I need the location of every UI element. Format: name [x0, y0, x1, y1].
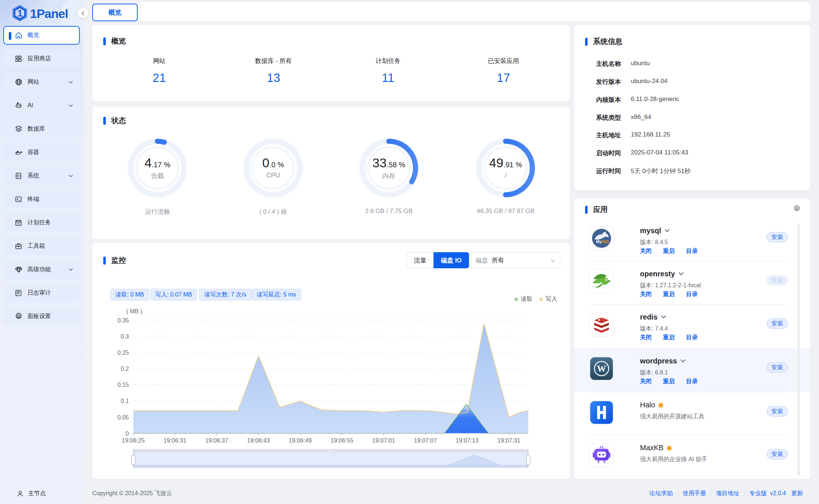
svg-text:19:06:37: 19:06:37 — [205, 437, 228, 444]
svg-text:0.15: 0.15 — [118, 382, 129, 388]
svg-text:19:06:43: 19:06:43 — [247, 437, 270, 444]
svg-text:19:06:49: 19:06:49 — [289, 437, 312, 444]
svg-text:W: W — [597, 364, 606, 374]
svg-text:19:07:31: 19:07:31 — [498, 437, 520, 444]
svg-text:19:07:07: 19:07:07 — [414, 437, 437, 444]
svg-text:1Panel: 1Panel — [30, 7, 68, 20]
svg-text:0.2: 0.2 — [121, 366, 129, 372]
svg-text:SQL: SQL — [602, 239, 610, 244]
svg-text:0: 0 — [126, 430, 129, 437]
svg-text:1: 1 — [17, 8, 22, 19]
svg-text:0.1: 0.1 — [121, 398, 129, 404]
svg-text:19:06:55: 19:06:55 — [331, 437, 353, 444]
svg-text:0.25: 0.25 — [118, 350, 129, 356]
svg-text:0.35: 0.35 — [118, 317, 129, 324]
svg-text:My: My — [596, 239, 602, 244]
svg-text:( MB ): ( MB ) — [126, 308, 142, 314]
svg-text:19:06:25: 19:06:25 — [122, 437, 145, 444]
svg-text:19:06:31: 19:06:31 — [164, 437, 186, 444]
svg-text:0.05: 0.05 — [118, 414, 129, 421]
svg-text:19:07:13: 19:07:13 — [456, 437, 479, 444]
svg-text:0.3: 0.3 — [121, 333, 129, 340]
svg-text:19:07:01: 19:07:01 — [372, 437, 395, 444]
